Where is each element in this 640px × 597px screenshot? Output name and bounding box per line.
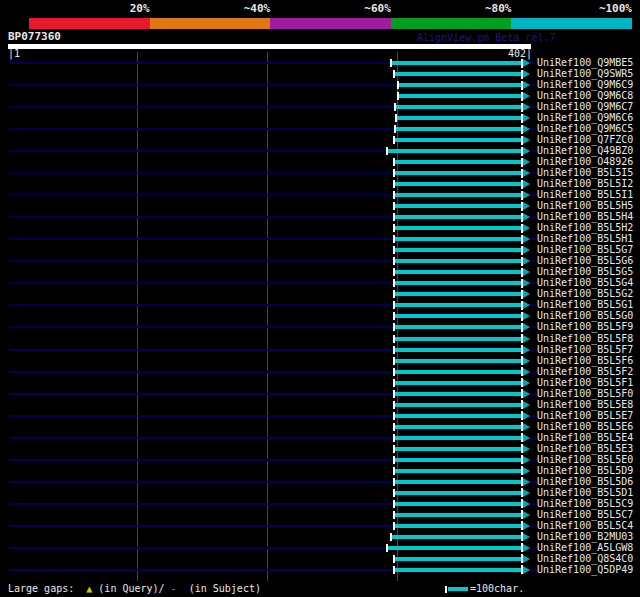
hit-label[interactable]: UniRef100_B5L5D9 <box>537 466 633 476</box>
hit-bar[interactable] <box>399 94 521 98</box>
hit-label[interactable]: UniRef100_Q5DP49 <box>537 565 633 575</box>
hit-label[interactable]: UniRef100_Q9M6C6 <box>537 113 633 123</box>
hit-label[interactable]: UniRef100_Q9M6C8 <box>537 91 633 101</box>
hit-label[interactable]: UniRef100_B5L5H1 <box>537 234 633 244</box>
hit-label[interactable]: UniRef100_B5L5E4 <box>537 433 633 443</box>
hit-bar[interactable] <box>395 447 521 451</box>
hit-bar[interactable] <box>395 204 521 208</box>
hit-arrowhead-icon <box>523 379 530 387</box>
hit-bar[interactable] <box>395 171 521 175</box>
hit-label[interactable]: UniRef100_Q9SWR5 <box>537 69 633 79</box>
hit-label[interactable]: UniRef100_B5L5E7 <box>537 411 633 421</box>
hit-arrowhead-icon <box>523 114 530 122</box>
hit-label[interactable]: UniRef100_B5L5G4 <box>537 278 633 288</box>
hit-bar[interactable] <box>395 303 521 307</box>
hit-label[interactable]: UniRef100_B5L5E8 <box>537 400 633 410</box>
hit-label[interactable]: UniRef100_B5L5I5 <box>537 168 633 178</box>
hit-bar[interactable] <box>395 425 521 429</box>
hit-label[interactable]: UniRef100_B5L5G1 <box>537 300 633 310</box>
hit-label[interactable]: UniRef100_B5L5G5 <box>537 267 633 277</box>
hit-bar[interactable] <box>395 248 521 252</box>
hit-label[interactable]: UniRef100_B5L5F9 <box>537 322 633 332</box>
hit-label[interactable]: UniRef100_B5L5C7 <box>537 510 633 520</box>
hit-label[interactable]: UniRef100_Q49BZ0 <box>537 146 633 156</box>
legend-segment-100% <box>511 18 632 29</box>
hit-label[interactable]: UniRef100_Q9M6C5 <box>537 124 633 134</box>
hit-bar[interactable] <box>395 215 521 219</box>
hit-label[interactable]: UniRef100_B5L5F7 <box>537 345 633 355</box>
hit-bar[interactable] <box>395 469 521 473</box>
hit-label[interactable]: UniRef100_B5L5E3 <box>537 444 633 454</box>
hit-bar[interactable] <box>395 436 521 440</box>
hit-bar[interactable] <box>395 513 521 517</box>
hit-label[interactable]: UniRef100_B5L5H2 <box>537 223 633 233</box>
footer: Large gaps: ▲ (in Query)/ - (in Subject)… <box>0 582 640 597</box>
hit-bar[interactable] <box>395 281 521 285</box>
hit-bar[interactable] <box>395 502 521 506</box>
legend-segment-40% <box>150 18 271 29</box>
hit-label[interactable]: UniRef100_B5L5C9 <box>537 499 633 509</box>
hit-bar[interactable] <box>392 61 521 65</box>
hit-bar[interactable] <box>392 535 521 539</box>
hit-label[interactable]: UniRef100_B5L5F1 <box>537 378 633 388</box>
hit-bar[interactable] <box>395 138 521 142</box>
hit-bar[interactable] <box>395 403 521 407</box>
hit-bar[interactable] <box>395 568 521 572</box>
hit-bar[interactable] <box>397 116 521 120</box>
hit-bar[interactable] <box>395 348 521 352</box>
hit-bar[interactable] <box>395 392 521 396</box>
hit-label[interactable]: UniRef100_Q9MBE5 <box>537 58 633 68</box>
hit-bar[interactable] <box>395 182 521 186</box>
hit-bar[interactable] <box>395 226 521 230</box>
hit-label[interactable]: UniRef100_B5L5G2 <box>537 289 633 299</box>
hit-label[interactable]: UniRef100_B5L5D6 <box>537 477 633 487</box>
hit-label[interactable]: UniRef100_B5L5G7 <box>537 245 633 255</box>
hit-label[interactable]: UniRef100_B5L5F6 <box>537 356 633 366</box>
hit-label[interactable]: UniRef100_B5L5F0 <box>537 389 633 399</box>
hit-label[interactable]: UniRef100_B2MU03 <box>537 532 633 542</box>
hit-bar[interactable] <box>395 72 521 76</box>
hit-label[interactable]: UniRef100_B5L5E0 <box>537 455 633 465</box>
hit-bar[interactable] <box>399 83 521 87</box>
hit-label[interactable]: UniRef100_A5LGW8 <box>537 543 633 553</box>
hit-bar[interactable] <box>395 325 521 329</box>
hit-bar[interactable] <box>388 149 521 153</box>
hit-bar[interactable] <box>395 314 521 318</box>
hit-label[interactable]: UniRef100_B5L5C4 <box>537 521 633 531</box>
hit-bar[interactable] <box>395 491 521 495</box>
hit-label[interactable]: UniRef100_B5L5F8 <box>537 334 633 344</box>
hit-label[interactable]: UniRef100_B5L5G0 <box>537 311 633 321</box>
hit-label[interactable]: UniRef100_O48926 <box>537 157 633 167</box>
hit-bar[interactable] <box>395 292 521 296</box>
hit-bar[interactable] <box>395 381 521 385</box>
hit-label[interactable]: UniRef100_Q8S4C0 <box>537 554 633 564</box>
hit-bar[interactable] <box>395 370 521 374</box>
hit-label[interactable]: UniRef100_Q7FZC0 <box>537 135 633 145</box>
hit-bar[interactable] <box>395 524 521 528</box>
hit-bar[interactable] <box>395 160 521 164</box>
hit-label[interactable]: UniRef100_B5L5H4 <box>537 212 633 222</box>
hit-label[interactable]: UniRef100_Q9M6C9 <box>537 80 633 90</box>
hit-label[interactable]: UniRef100_B5L5I2 <box>537 179 633 189</box>
hit-bar[interactable] <box>395 557 521 561</box>
hit-bar[interactable] <box>395 458 521 462</box>
hit-bar[interactable] <box>395 259 521 263</box>
hit-bar[interactable] <box>395 480 521 484</box>
hit-bar[interactable] <box>396 127 521 131</box>
hit-label[interactable]: UniRef100_B5L5F2 <box>537 367 633 377</box>
hit-bar[interactable] <box>395 193 521 197</box>
hit-bar[interactable] <box>396 105 521 109</box>
hit-bar[interactable] <box>395 270 521 274</box>
hit-label[interactable]: UniRef100_B5L5E6 <box>537 422 633 432</box>
hit-label[interactable]: UniRef100_B5L5I1 <box>537 190 633 200</box>
hit-label[interactable]: UniRef100_Q9M6C7 <box>537 102 633 112</box>
hit-bar[interactable] <box>395 337 521 341</box>
query-id: BP077360 <box>8 31 61 43</box>
hit-label[interactable]: UniRef100_B5L5G6 <box>537 256 633 266</box>
hit-label[interactable]: UniRef100_B5L5D1 <box>537 488 633 498</box>
hit-label[interactable]: UniRef100_B5L5H5 <box>537 201 633 211</box>
hit-bar[interactable] <box>395 237 521 241</box>
hit-bar[interactable] <box>395 414 521 418</box>
hit-bar[interactable] <box>395 359 521 363</box>
hit-bar[interactable] <box>388 546 521 550</box>
